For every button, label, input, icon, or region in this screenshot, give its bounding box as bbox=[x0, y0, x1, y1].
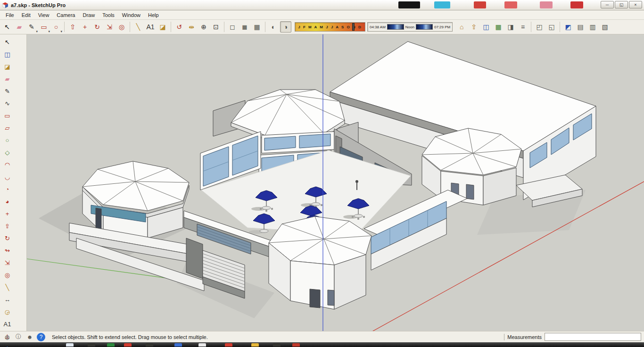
minimize-button[interactable]: ─ bbox=[601, 1, 614, 8]
push-pull-tool-icon[interactable]: ⇧ bbox=[67, 21, 78, 33]
push-pull-tool-icon[interactable]: ⇧ bbox=[1, 220, 13, 232]
rectangle-tool-icon[interactable]: ▭▾ bbox=[38, 21, 50, 33]
pie-tool-icon[interactable]: ◔ bbox=[1, 183, 13, 195]
signin-icon[interactable]: ☻ bbox=[25, 333, 34, 341]
shadow-dialog-icon[interactable]: ◐ bbox=[268, 21, 279, 33]
taskbar-item-icon[interactable] bbox=[292, 343, 300, 347]
3d-text-tool-icon[interactable]: A bbox=[1, 343, 13, 347]
polygon-tool-icon[interactable]: ◇ bbox=[1, 147, 13, 158]
geolocation-icon[interactable]: ◍ bbox=[3, 333, 11, 341]
menu-item-camera[interactable]: Camera bbox=[53, 11, 79, 19]
move-tool-icon[interactable]: + bbox=[79, 21, 91, 33]
eraser-tool-icon[interactable]: ▰ bbox=[1, 73, 13, 85]
layers-panel-icon[interactable]: ≡ bbox=[517, 21, 528, 33]
circle-tool-icon[interactable]: ○▾ bbox=[50, 21, 62, 33]
windows-taskbar[interactable] bbox=[0, 342, 644, 347]
toolbar-separator bbox=[171, 22, 171, 32]
shadow-time-track-2[interactable] bbox=[416, 24, 433, 30]
help-icon[interactable]: ? bbox=[37, 333, 45, 341]
taskbar-item-icon[interactable] bbox=[146, 343, 153, 347]
view-side-icon[interactable]: ▧ bbox=[599, 21, 611, 33]
rotate-tool-icon[interactable]: ↻ bbox=[1, 232, 13, 244]
components-browser-icon[interactable]: ◫ bbox=[480, 21, 492, 33]
rotated-rectangle-tool-icon[interactable]: ▱ bbox=[1, 122, 13, 134]
menu-item-window[interactable]: Window bbox=[118, 11, 144, 19]
taskbar-item-icon[interactable] bbox=[66, 343, 74, 347]
follow-me-tool-icon[interactable]: ↬ bbox=[1, 245, 13, 256]
menu-item-tools[interactable]: Tools bbox=[99, 11, 118, 19]
shadow-time-slider[interactable]: 04:38 AM Noon 07:29 PM bbox=[367, 22, 453, 32]
arc-tool-icon[interactable]: ◠ bbox=[1, 159, 13, 171]
paint-bucket-tool-icon[interactable]: ◪ bbox=[1, 61, 13, 73]
line-tool-icon[interactable]: ✎▾ bbox=[26, 21, 37, 33]
tape-measure-tool-icon[interactable]: ╲ bbox=[1, 281, 13, 293]
get-models-icon[interactable]: ⌂ bbox=[456, 21, 467, 33]
freehand-tool-icon[interactable]: ∿ bbox=[1, 98, 13, 109]
three-point-arc-tool-icon[interactable]: ◕ bbox=[1, 196, 13, 207]
shadow-time-track[interactable] bbox=[387, 24, 404, 30]
move-tool-icon[interactable]: + bbox=[1, 208, 13, 220]
taskbar-item-icon[interactable] bbox=[88, 343, 95, 347]
offset-tool-icon[interactable]: ◎ bbox=[1, 269, 13, 281]
scale-tool-icon[interactable]: ⇲ bbox=[104, 21, 115, 33]
protractor-tool-icon[interactable]: ◶ bbox=[1, 306, 13, 318]
view-front-icon[interactable]: ▥ bbox=[587, 21, 598, 33]
select-tool-icon[interactable]: ↖ bbox=[1, 21, 13, 33]
taskbar-item-icon[interactable] bbox=[273, 343, 281, 347]
styles-browser-icon[interactable]: ◨ bbox=[505, 21, 516, 33]
taskbar-item-icon[interactable] bbox=[225, 343, 232, 347]
zoom-extents-tool-icon[interactable]: ⊡ bbox=[210, 21, 222, 33]
rectangle-tool-icon[interactable]: ▭ bbox=[1, 110, 13, 122]
scale-tool-icon[interactable]: ⇲ bbox=[1, 257, 13, 269]
credits-icon[interactable]: ⓘ bbox=[14, 333, 23, 341]
offset-tool-icon[interactable]: ◎ bbox=[116, 21, 127, 33]
menu-item-draw[interactable]: Draw bbox=[79, 11, 99, 19]
select-tool-icon[interactable]: ↖ bbox=[1, 36, 13, 48]
section-fill-icon[interactable]: ◱ bbox=[546, 21, 557, 33]
text-tool-icon[interactable]: A1 bbox=[1, 318, 13, 330]
zoom-tool-icon[interactable]: ⊕ bbox=[198, 21, 209, 33]
menu-item-help[interactable]: Help bbox=[144, 11, 163, 19]
restore-button[interactable]: ◱ bbox=[615, 1, 628, 8]
materials-browser-icon[interactable]: ▦ bbox=[493, 21, 504, 33]
shadow-toggle-icon[interactable]: ◑ bbox=[280, 21, 291, 33]
model-viewport[interactable] bbox=[27, 34, 644, 331]
two-point-arc-tool-icon[interactable]: ◡ bbox=[1, 171, 13, 183]
taskbar-item-icon[interactable] bbox=[251, 343, 259, 347]
eraser-tool-icon[interactable]: ▰ bbox=[14, 21, 25, 33]
measurements-input[interactable] bbox=[545, 333, 641, 341]
circle-tool-icon[interactable]: ○ bbox=[1, 134, 13, 146]
tape-measure-tool-icon[interactable]: ╲ bbox=[132, 21, 144, 33]
view-iso-icon[interactable]: ◩ bbox=[562, 21, 574, 33]
dropdown-arrow-icon[interactable]: ▾ bbox=[48, 30, 50, 33]
pan-tool-icon[interactable]: ⇹ bbox=[186, 21, 197, 33]
taskbar-item-icon[interactable] bbox=[198, 343, 206, 347]
orbit-tool-icon[interactable]: ↺ bbox=[173, 21, 185, 33]
menu-item-edit[interactable]: Edit bbox=[18, 11, 34, 19]
taskbar-item-icon[interactable] bbox=[124, 343, 132, 347]
share-model-icon[interactable]: ⇪ bbox=[468, 21, 479, 33]
toolbar-separator bbox=[560, 22, 560, 32]
taskbar-item-icon[interactable] bbox=[107, 343, 115, 347]
shadow-date-slider-handle[interactable] bbox=[352, 23, 355, 31]
shadow-date-slider[interactable]: J F M A M J J A S O N D bbox=[295, 22, 365, 32]
dropdown-arrow-icon[interactable]: ▾ bbox=[36, 30, 38, 33]
paint-bucket-tool-icon[interactable]: ◪ bbox=[157, 21, 168, 33]
menu-item-file[interactable]: File bbox=[2, 11, 18, 19]
rotate-tool-icon[interactable]: ↻ bbox=[91, 21, 103, 33]
line-tool-icon[interactable]: ✎ bbox=[1, 85, 13, 97]
menu-item-view[interactable]: View bbox=[34, 11, 53, 19]
close-button[interactable]: × bbox=[629, 1, 642, 8]
toolbar-separator bbox=[130, 22, 130, 32]
section-plane-icon[interactable]: ◰ bbox=[534, 21, 545, 33]
text-tool-icon[interactable]: A1 bbox=[145, 21, 156, 33]
dropdown-arrow-icon[interactable]: ▾ bbox=[60, 30, 62, 33]
face-style-wireframe-icon[interactable]: ◻ bbox=[227, 21, 238, 33]
make-component-icon[interactable]: ◫ bbox=[1, 49, 13, 60]
dimension-tool-icon[interactable]: ↔ bbox=[1, 294, 13, 306]
face-style-textured-icon[interactable]: ▦ bbox=[251, 21, 263, 33]
taskbar-icons bbox=[0, 342, 644, 347]
face-style-shaded-icon[interactable]: ◼ bbox=[239, 21, 250, 33]
taskbar-item-icon[interactable] bbox=[174, 343, 182, 347]
view-top-icon[interactable]: ▤ bbox=[575, 21, 586, 33]
